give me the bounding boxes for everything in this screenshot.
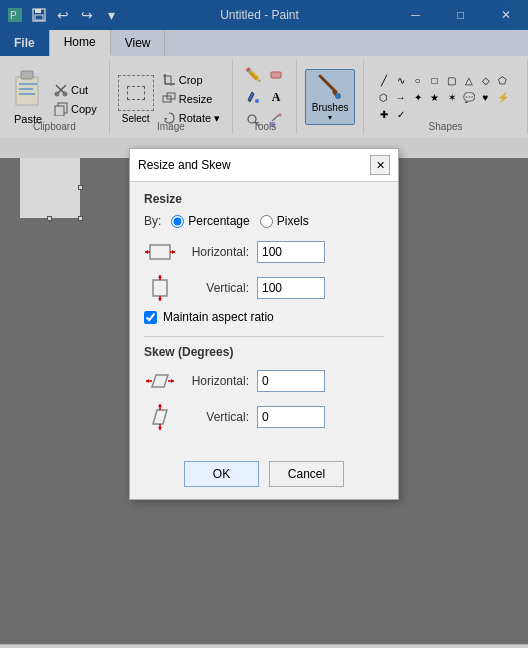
skew-vertical-row: Vertical:	[144, 403, 384, 431]
svg-rect-36	[153, 280, 167, 296]
resize-horizontal-row: Horizontal:	[144, 238, 384, 266]
pixels-radio-label[interactable]: Pixels	[260, 214, 309, 228]
percentage-radio[interactable]	[171, 215, 184, 228]
svg-marker-48	[158, 404, 162, 407]
dialog-footer: OK Cancel	[130, 453, 398, 499]
resize-vertical-label: Vertical:	[184, 281, 249, 295]
dialog-titlebar: Resize and Skew ✕	[130, 149, 398, 182]
svg-marker-38	[158, 275, 162, 278]
svg-marker-40	[158, 298, 162, 301]
resize-vertical-row: Vertical:	[144, 274, 384, 302]
maintain-aspect-checkbox[interactable]	[144, 311, 157, 324]
dialog-close-btn[interactable]: ✕	[370, 155, 390, 175]
skew-section: Skew (Degrees) Horizontal:	[144, 345, 384, 431]
cancel-button[interactable]: Cancel	[269, 461, 344, 487]
svg-marker-35	[172, 250, 175, 254]
svg-rect-31	[150, 245, 170, 259]
svg-marker-43	[146, 379, 149, 383]
percentage-label: Percentage	[188, 214, 249, 228]
resize-vert-icon	[144, 274, 176, 302]
percentage-radio-label[interactable]: Percentage	[171, 214, 249, 228]
modal-overlay: Resize and Skew ✕ Resize By: Percentage …	[0, 0, 528, 648]
skew-vert-icon	[144, 403, 176, 431]
pixels-label: Pixels	[277, 214, 309, 228]
skew-horizontal-label: Horizontal:	[184, 374, 249, 388]
dialog-title: Resize and Skew	[138, 158, 231, 172]
svg-marker-33	[145, 250, 148, 254]
section-divider	[144, 336, 384, 337]
skew-horiz-icon	[144, 367, 176, 395]
maintain-aspect-label: Maintain aspect ratio	[163, 310, 274, 324]
svg-marker-45	[171, 379, 174, 383]
resize-skew-dialog: Resize and Skew ✕ Resize By: Percentage …	[129, 148, 399, 500]
resize-vertical-input[interactable]	[257, 277, 325, 299]
resize-horizontal-label: Horizontal:	[184, 245, 249, 259]
skew-section-label: Skew (Degrees)	[144, 345, 384, 359]
by-label: By:	[144, 214, 161, 228]
aspect-ratio-row: Maintain aspect ratio	[144, 310, 384, 324]
resize-horiz-icon	[144, 238, 176, 266]
skew-horizontal-input[interactable]	[257, 370, 325, 392]
svg-marker-50	[158, 427, 162, 430]
resize-section-label: Resize	[144, 192, 384, 206]
svg-marker-46	[153, 410, 167, 424]
ok-button[interactable]: OK	[184, 461, 259, 487]
by-row: By: Percentage Pixels	[144, 214, 384, 228]
skew-horizontal-row: Horizontal:	[144, 367, 384, 395]
resize-horizontal-input[interactable]	[257, 241, 325, 263]
skew-vertical-label: Vertical:	[184, 410, 249, 424]
dialog-body: Resize By: Percentage Pixels	[130, 182, 398, 453]
svg-marker-41	[152, 375, 168, 387]
skew-vertical-input[interactable]	[257, 406, 325, 428]
pixels-radio[interactable]	[260, 215, 273, 228]
